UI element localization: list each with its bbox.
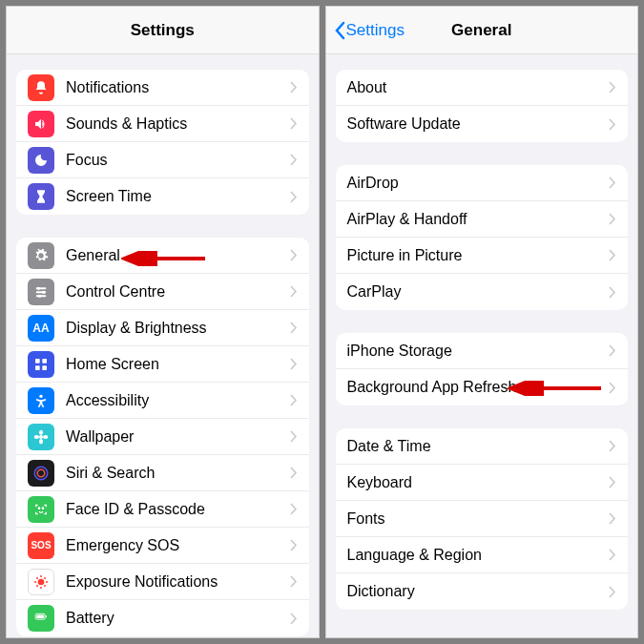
row-general[interactable]: General xyxy=(16,238,309,274)
general-group-2: AirDrop AirPlay & Handoff Picture in Pic… xyxy=(336,165,629,310)
settings-group-2: General Control Centre AA Display & Brig… xyxy=(16,238,309,636)
general-panel: Settings General About Software Update A… xyxy=(325,6,639,638)
row-label: Wallpaper xyxy=(66,428,290,446)
row-label: Fonts xyxy=(347,510,610,528)
row-label: AirPlay & Handoff xyxy=(347,211,610,228)
row-software-update[interactable]: Software Update xyxy=(336,106,629,142)
chevron-right-icon xyxy=(609,177,616,189)
row-control-centre[interactable]: Control Centre xyxy=(16,274,309,310)
settings-content: Notifications Sounds & Haptics Focus xyxy=(7,54,319,637)
chevron-left-icon xyxy=(334,21,345,40)
row-notifications[interactable]: Notifications xyxy=(16,70,309,106)
row-keyboard[interactable]: Keyboard xyxy=(336,465,629,501)
row-wallpaper[interactable]: Wallpaper xyxy=(16,419,309,455)
row-picture-in-picture[interactable]: Picture in Picture xyxy=(336,238,629,274)
row-battery[interactable]: Battery xyxy=(16,600,309,636)
row-accessibility[interactable]: Accessibility xyxy=(16,383,309,419)
chevron-right-icon xyxy=(609,476,616,488)
chevron-right-icon xyxy=(290,539,298,551)
back-label: Settings xyxy=(346,21,405,40)
row-label: Language & Region xyxy=(347,547,610,564)
chevron-right-icon xyxy=(290,394,298,406)
row-label: Dictionary xyxy=(347,583,610,600)
svg-point-13 xyxy=(39,435,43,439)
general-header: Settings General xyxy=(326,7,638,54)
row-airplay-handoff[interactable]: AirPlay & Handoff xyxy=(336,201,629,238)
row-sounds-haptics[interactable]: Sounds & Haptics xyxy=(16,106,309,142)
general-group-1: About Software Update xyxy=(336,70,629,142)
svg-point-16 xyxy=(34,435,39,439)
row-label: Focus xyxy=(66,152,290,169)
row-language-region[interactable]: Language & Region xyxy=(336,537,629,573)
general-icon xyxy=(28,242,54,269)
row-date-time[interactable]: Date & Time xyxy=(336,428,629,465)
chevron-right-icon xyxy=(290,430,298,443)
svg-rect-11 xyxy=(42,365,47,370)
general-content: About Software Update AirDrop AirPlay & … xyxy=(326,54,638,637)
row-label: Background App Refresh xyxy=(347,379,610,396)
row-label: General xyxy=(66,247,290,264)
svg-point-27 xyxy=(36,577,38,579)
svg-point-6 xyxy=(42,290,45,293)
svg-point-18 xyxy=(34,467,48,480)
wallpaper-icon xyxy=(28,424,54,450)
svg-point-28 xyxy=(44,577,46,579)
svg-point-14 xyxy=(39,429,43,434)
row-carplay[interactable]: CarPlay xyxy=(336,274,629,310)
row-label: About xyxy=(347,79,610,96)
row-fonts[interactable]: Fonts xyxy=(336,501,629,537)
chevron-right-icon xyxy=(290,358,298,370)
row-emergency-sos[interactable]: SOS Emergency SOS xyxy=(16,528,309,564)
notifications-icon xyxy=(28,74,54,101)
svg-point-21 xyxy=(42,508,43,509)
row-exposure-notifications[interactable]: Exposure Notifications xyxy=(16,564,309,600)
svg-point-20 xyxy=(38,508,39,509)
row-label: iPhone Storage xyxy=(347,343,610,360)
row-label: Date & Time xyxy=(347,438,610,455)
chevron-right-icon xyxy=(290,322,298,334)
row-siri-search[interactable]: Siri & Search xyxy=(16,455,309,491)
row-label: Face ID & Passcode xyxy=(66,501,290,518)
row-display-brightness[interactable]: AA Display & Brightness xyxy=(16,310,309,346)
row-background-app-refresh[interactable]: Background App Refresh xyxy=(336,369,629,405)
row-label: AirDrop xyxy=(347,175,610,192)
siri-icon xyxy=(28,460,54,487)
chevron-right-icon xyxy=(609,382,616,394)
chevron-right-icon xyxy=(290,285,298,298)
row-home-screen[interactable]: Home Screen xyxy=(16,346,309,383)
row-face-id-passcode[interactable]: Face ID & Passcode xyxy=(16,491,309,528)
row-focus[interactable]: Focus xyxy=(16,142,309,178)
general-group-3: iPhone Storage Background App Refresh xyxy=(336,333,629,405)
row-about[interactable]: About xyxy=(336,70,629,106)
chevron-right-icon xyxy=(609,118,616,131)
chevron-right-icon xyxy=(609,213,616,225)
display-icon: AA xyxy=(28,315,54,342)
settings-title: Settings xyxy=(131,21,195,40)
svg-point-5 xyxy=(37,286,40,289)
svg-point-17 xyxy=(43,435,48,439)
accessibility-icon xyxy=(28,387,54,414)
svg-rect-9 xyxy=(42,359,47,364)
chevron-right-icon xyxy=(290,117,298,130)
row-label: Control Centre xyxy=(66,283,290,301)
control-centre-icon xyxy=(28,279,54,305)
chevron-right-icon xyxy=(609,512,616,525)
row-iphone-storage[interactable]: iPhone Storage xyxy=(336,333,629,369)
svg-rect-8 xyxy=(35,359,40,364)
face-id-icon xyxy=(28,496,54,523)
row-label: Home Screen xyxy=(66,356,290,373)
row-dictionary[interactable]: Dictionary xyxy=(336,573,629,610)
row-airdrop[interactable]: AirDrop xyxy=(336,165,629,201)
chevron-right-icon xyxy=(609,81,616,93)
back-button[interactable]: Settings xyxy=(334,21,405,40)
row-label: Exposure Notifications xyxy=(66,573,290,591)
row-screen-time[interactable]: Screen Time xyxy=(16,178,309,215)
svg-point-29 xyxy=(36,585,38,587)
general-group-4: Date & Time Keyboard Fonts Language & Re… xyxy=(336,428,629,610)
row-label: Picture in Picture xyxy=(347,247,610,264)
svg-point-12 xyxy=(39,394,42,397)
battery-icon xyxy=(28,605,54,632)
sos-icon: SOS xyxy=(28,532,54,559)
svg-rect-33 xyxy=(46,615,47,617)
chevron-right-icon xyxy=(609,286,616,299)
